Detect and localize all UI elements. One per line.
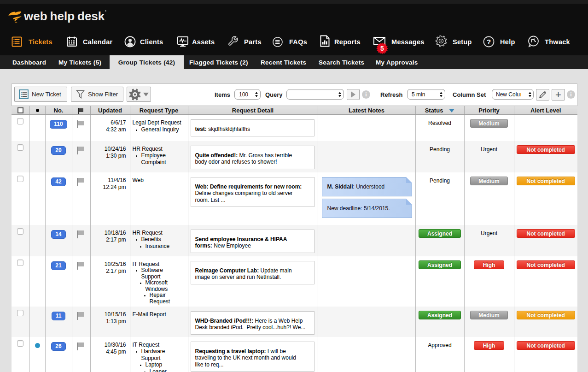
svg-text:?: ?: [487, 38, 491, 46]
svg-text:5: 5: [380, 45, 384, 52]
